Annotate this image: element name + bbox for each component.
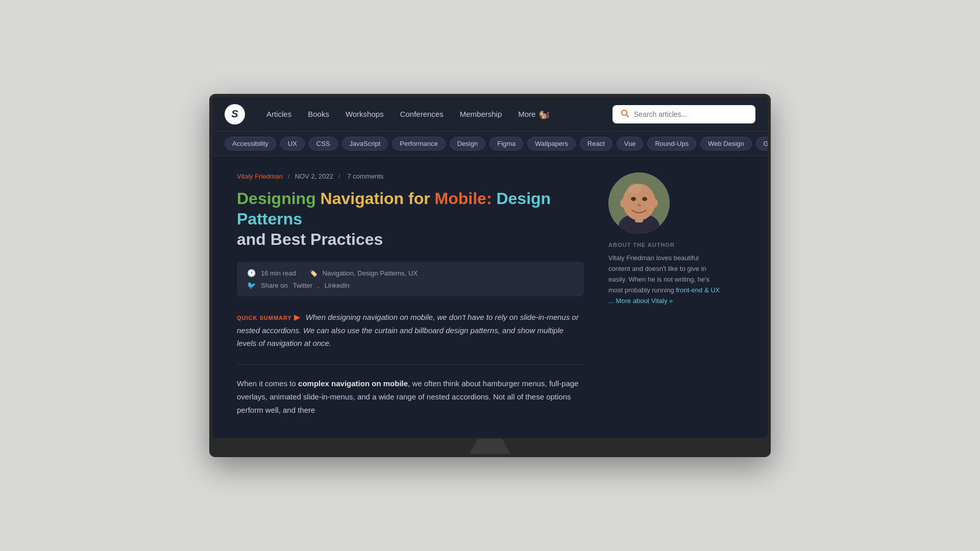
- tag-webdesign[interactable]: Web Design: [700, 137, 752, 151]
- author-avatar-svg: [608, 172, 670, 234]
- svg-point-11: [642, 197, 647, 201]
- title-word-designing: Designing: [237, 189, 321, 208]
- tag-ux[interactable]: UX: [280, 137, 305, 151]
- quick-summary-label: QUICK SUMMARY: [237, 315, 292, 321]
- article-body-intro: When it comes to complex navigation on m…: [237, 377, 584, 417]
- tag-react[interactable]: React: [580, 137, 612, 151]
- tag-design[interactable]: Design: [450, 137, 485, 151]
- tag-wallpapers[interactable]: Wallpapers: [527, 137, 576, 151]
- search-input[interactable]: [634, 110, 747, 118]
- tag-accessibility[interactable]: Accessibility: [225, 137, 276, 151]
- article-meta: Vitaly Friedman / NOV 2, 2022 / 7 commen…: [237, 172, 584, 180]
- title-word-patterns: Patterns: [237, 210, 302, 228]
- nav-membership[interactable]: Membership: [453, 106, 509, 122]
- svg-point-10: [631, 197, 636, 201]
- search-box: [612, 105, 755, 123]
- logo-icon: S: [225, 104, 245, 124]
- meta-separator-1: /: [288, 172, 290, 180]
- tag-css[interactable]: CSS: [309, 137, 338, 151]
- share-row: 🐦 Share on Twitter, LinkedIn: [247, 281, 574, 289]
- navbar: S Articles Books Workshops Conferences M…: [212, 97, 768, 132]
- nav-articles[interactable]: Articles: [259, 106, 299, 122]
- tag-performance[interactable]: Performance: [392, 137, 445, 151]
- site-logo[interactable]: S: [225, 104, 245, 124]
- nav-more[interactable]: More 🐿️: [511, 105, 557, 124]
- article-tags: Navigation, Design Patterns, UX: [323, 269, 418, 277]
- nav-workshops[interactable]: Workshops: [338, 106, 391, 122]
- article-info-box: 🕐 16 min read 🏷️ Navigation, Design Patt…: [237, 262, 584, 296]
- tags-bar: Accessibility UX CSS JavaScript Performa…: [212, 132, 768, 156]
- svg-line-1: [626, 115, 628, 117]
- tag-guides[interactable]: Guides: [756, 137, 768, 151]
- tag-roundups[interactable]: Round-Ups: [647, 137, 696, 151]
- article-date: NOV 2, 2022: [295, 172, 333, 180]
- body-bold-text: complex navigation on mobile: [298, 379, 408, 388]
- article-title: Designing Navigation for Mobile: Design …: [237, 188, 584, 249]
- tag-javascript[interactable]: JavaScript: [342, 137, 388, 151]
- author-bio: Vitaly Friedman loves beautiful content …: [608, 253, 721, 306]
- tag-vue[interactable]: Vue: [617, 137, 644, 151]
- search-icon: [621, 109, 629, 119]
- author-image: [608, 172, 670, 234]
- tag-figma[interactable]: Figma: [489, 137, 523, 151]
- article-divider: [237, 364, 584, 365]
- meta-separator-2: /: [338, 172, 340, 180]
- svg-point-9: [651, 198, 658, 208]
- body-text-before: When it comes to: [237, 379, 298, 388]
- share-twitter-link[interactable]: Twitter: [293, 282, 312, 289]
- share-prefix: Share on: [261, 282, 288, 289]
- title-word-and: and: [237, 230, 271, 248]
- nav-conferences[interactable]: Conferences: [393, 106, 451, 122]
- title-word-best: Best: [271, 230, 310, 248]
- about-author-label: ABOUT THE AUTHOR: [608, 242, 721, 248]
- title-word-mobile: Mobile:: [435, 189, 497, 208]
- svg-point-12: [637, 204, 641, 207]
- author-more-link[interactable]: More about Vitaly »: [616, 297, 673, 305]
- quick-summary: QUICK SUMMARY ▶ When designing navigatio…: [237, 311, 584, 350]
- nav-more-label: More: [518, 110, 535, 118]
- monitor-stand: [212, 438, 768, 454]
- content-area: Vitaly Friedman / NOV 2, 2022 / 7 commen…: [212, 156, 768, 437]
- more-emoji-icon: 🐿️: [538, 109, 550, 120]
- article-sidebar: ABOUT THE AUTHOR Vitaly Friedman loves b…: [608, 172, 721, 417]
- title-word-for: for: [408, 189, 435, 208]
- author-link[interactable]: Vitaly Friedman: [237, 172, 283, 180]
- share-linkedin-link[interactable]: LinkedIn: [325, 282, 350, 289]
- clock-icon: 🕐: [247, 269, 256, 277]
- twitter-icon: 🐦: [247, 281, 256, 289]
- article-main: Vitaly Friedman / NOV 2, 2022 / 7 commen…: [237, 172, 584, 417]
- svg-point-13: [628, 184, 642, 194]
- read-time-row: 🕐 16 min read 🏷️ Navigation, Design Patt…: [247, 269, 574, 277]
- title-word-design: Design: [496, 189, 551, 208]
- read-time: 16 min read: [261, 269, 296, 277]
- article-comments-link[interactable]: 7 comments: [347, 172, 383, 180]
- nav-links: Articles Books Workshops Conferences Mem…: [259, 105, 612, 124]
- search-container: [612, 105, 755, 123]
- stand-neck: [470, 439, 510, 454]
- title-word-practices: Practices: [310, 230, 383, 248]
- tag-icon: 🏷️: [309, 269, 317, 277]
- quick-summary-arrow-icon: ▶: [294, 313, 302, 321]
- nav-books[interactable]: Books: [301, 106, 336, 122]
- title-word-navigation: Navigation: [321, 189, 408, 208]
- svg-point-8: [620, 198, 627, 208]
